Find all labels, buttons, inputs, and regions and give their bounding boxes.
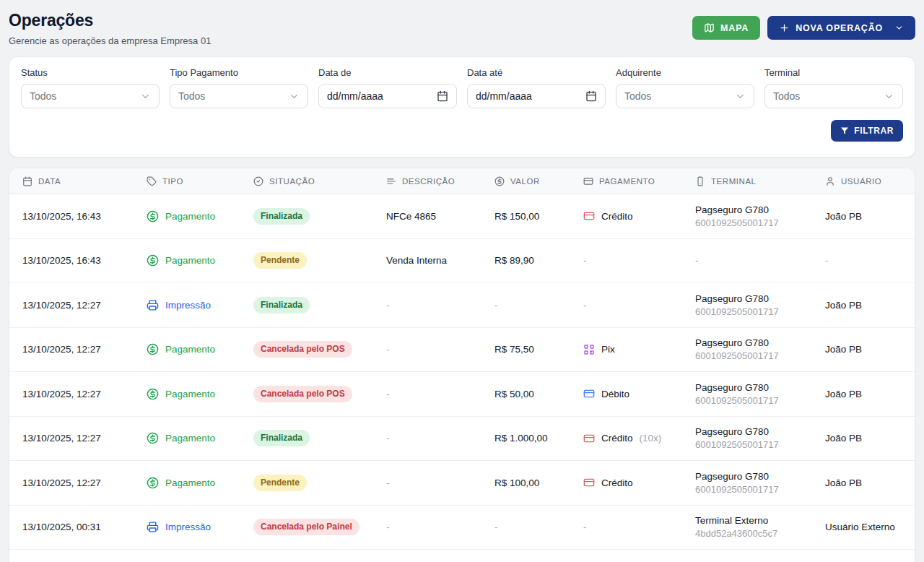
row-date: 13/10/2025, 16:43 [22,255,147,266]
column-header-situação: SITUAÇÃO [253,176,386,186]
operations-page: Operações Gerencie as operações da empre… [0,0,924,562]
calendar-icon [437,90,448,102]
filter-icon [840,126,849,135]
filter-panel: StatusTodosTipo PagamentoTodosData dedd/… [9,56,915,157]
empty-value: - [494,300,498,311]
empty-value: - [583,255,587,266]
mapa-button[interactable]: MAPA [692,16,760,40]
calendar-icon [585,90,597,102]
chevron-down-icon [735,91,746,102]
empty-value: - [386,522,390,532]
credit-card-icon [583,433,595,444]
row-user: João PB [825,477,902,488]
tag-icon [147,176,157,186]
row-user: Usuário Externo [825,522,902,532]
row-description: NFCe 4865 [386,211,494,222]
filtrar-button[interactable]: FILTRAR [831,120,903,142]
row-date: 13/10/2025, 12:27 [22,300,147,311]
empty-value: - [583,300,587,311]
table-row[interactable]: 13/10/2025, 12:27PagamentoCancelada pelo… [9,372,915,417]
payment-method: Crédito(10x) [583,433,695,444]
terminal-info: Pagseguro G7806001092505001717 [695,204,825,228]
status-badge: Pendente [253,252,307,269]
credit-card-icon [583,210,595,222]
row-value: R$ 89,90 [494,255,583,266]
status-badge: Finalizada [253,430,310,446]
row-user: João PB [825,344,902,355]
data-de-date-input[interactable]: dd/mm/aaaa [318,84,457,108]
filter-field-data-de: Data dedd/mm/aaaa [318,67,457,108]
row-date: 13/10/2025, 00:31 [22,522,147,532]
status-badge: Finalizada [253,208,310,225]
chevron-down-icon [140,91,151,102]
circle-dollar-icon [147,388,159,400]
operation-type: Pagamento [147,343,253,355]
row-description: Venda Interna [386,255,494,266]
status-select[interactable]: Todos [21,84,160,108]
status-badge: Finalizada [253,297,310,314]
table-row[interactable]: 13/10/2025, 12:27ImpressãoFinalizada---P… [9,283,915,328]
row-value: R$ 50,00 [494,389,583,399]
select-value: Todos [773,90,800,102]
terminal-name: Pagseguro G780 [695,293,825,304]
terminal-serial: 6001092505001717 [695,217,825,228]
circle-dollar-icon [147,477,159,489]
payment-method: Crédito [583,477,695,488]
filter-label: Terminal [764,67,903,78]
printer-icon [147,299,159,311]
empty-value: - [494,522,498,532]
check-circle-icon [253,176,263,186]
operation-type: Pagamento [147,477,253,489]
mapa-button-label: MAPA [720,23,749,33]
chevron-down-icon[interactable] [894,23,904,33]
filter-actions: FILTRAR [21,120,903,142]
row-date: 13/10/2025, 12:27 [22,477,147,488]
circle-dollar-icon [147,343,159,355]
filter-label: Adquirente [616,67,754,78]
page-header: Operações Gerencie as operações da empre… [9,0,915,46]
row-user: João PB [825,211,902,222]
row-description: - [386,344,494,355]
row-value: - [494,522,583,532]
data-ate-date-input[interactable]: dd/mm/aaaa [467,84,606,108]
terminal-serial: 4bdd52a43600c5c7 [695,528,825,539]
operation-type: Pagamento [147,388,253,400]
table-row[interactable]: 13/10/2025, 16:43PagamentoPendenteVenda … [9,239,915,284]
installments: (10x) [640,433,662,444]
terminal-name: Pagseguro G780 [695,337,825,348]
date-placeholder: dd/mm/aaaa [476,90,532,102]
payment-method: Débito [583,388,695,399]
empty-value: - [386,433,390,444]
header-actions: MAPA NOVA OPERAÇÃO [692,16,915,40]
table-row[interactable]: 13/10/2025, 00:31ImpressãoCancelada pelo… [9,506,915,550]
row-date: 13/10/2025, 12:27 [22,433,147,444]
circle-dollar-icon [147,254,159,267]
terminal-select[interactable]: Todos [764,84,903,108]
filter-field-status: StatusTodos [21,67,160,108]
column-header-data: DATA [22,176,147,186]
table-row[interactable]: 13/10/2025, 12:27PagamentoFinalizada-R$ … [9,417,915,462]
chevron-down-icon [884,91,894,102]
operation-type: Impressão [147,521,253,533]
row-description: - [386,300,494,311]
table-row[interactable]: 13/10/2025, 12:27PagamentoPendente-R$ 10… [9,461,915,506]
table-row[interactable]: 13/10/2025, 16:43PagamentoFinalizadaNFCe… [9,194,915,239]
circle-dollar-icon [147,210,159,222]
page-title: Operações [9,11,211,30]
nova-operacao-button[interactable]: NOVA OPERAÇÃO [767,16,915,40]
empty-value: - [386,300,390,311]
row-user: - [825,255,902,266]
map-icon [704,22,715,33]
terminal-serial: 6001092505001717 [695,306,825,317]
empty-value: - [386,389,390,399]
tipo-pagamento-select[interactable]: Todos [170,84,308,108]
table-row[interactable]: 13/10/2025, 12:27PagamentoCancelada pelo… [9,328,915,373]
filter-label: Status [21,67,160,78]
terminal-info: Pagseguro G7806001092505001717 [695,337,825,361]
terminal-info: Terminal Externo4bdd52a43600c5c7 [695,515,825,539]
status-badge: Cancelada pelo Painel [253,519,359,535]
adquirente-select[interactable]: Todos [616,84,754,108]
operation-type: Impressão [147,299,253,311]
row-date: 13/10/2025, 16:43 [22,211,147,222]
empty-value: - [825,255,829,266]
